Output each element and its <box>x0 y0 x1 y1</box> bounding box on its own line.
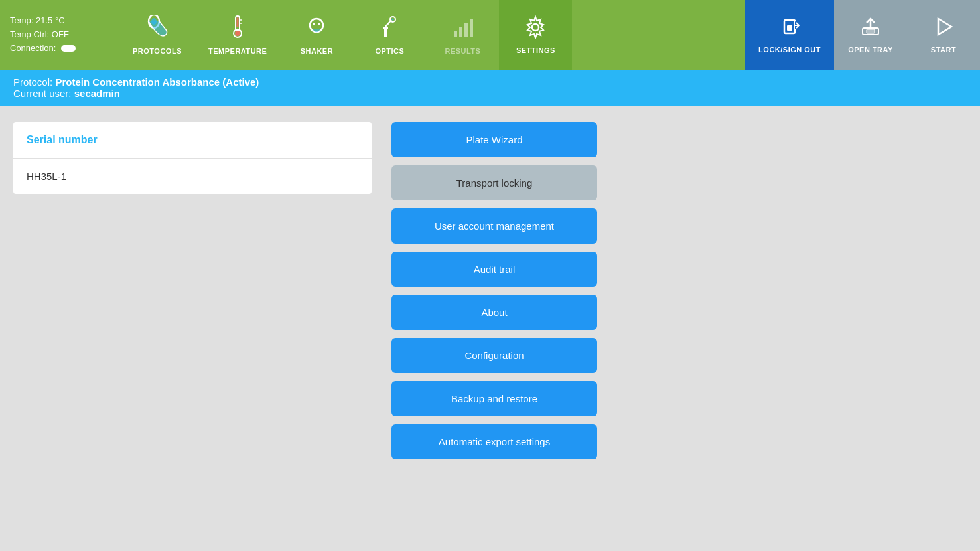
open-tray-icon <box>860 16 881 42</box>
top-navigation: Temp: 21.5 °C Temp Ctrl: OFF Connection:… <box>0 0 980 70</box>
lock-icon <box>779 16 800 42</box>
plate-wizard-button[interactable]: Plate Wizard <box>391 122 597 157</box>
audit-trail-button[interactable]: Audit trail <box>391 252 597 287</box>
svg-point-15 <box>392 19 394 21</box>
nav-item-results[interactable]: RESULTS <box>426 0 499 70</box>
protocol-label: Protocol: <box>13 76 52 88</box>
nav-item-shaker[interactable]: SHAKER <box>280 0 353 70</box>
svg-rect-18 <box>464 23 468 37</box>
connection-icon <box>61 45 76 52</box>
open-tray-button[interactable]: OPEN TRAY <box>834 0 907 70</box>
settings-buttons-panel: Plate Wizard Transport locking User acco… <box>391 122 967 527</box>
temperature-icon <box>227 15 248 43</box>
backup-and-restore-button[interactable]: Backup and restore <box>391 381 597 416</box>
start-label: START <box>931 46 956 54</box>
protocol-name: Protein Concentration Absorbance (Active… <box>55 76 259 88</box>
nav-item-protocols[interactable]: PROTOCOLS <box>119 0 195 70</box>
temperature-label: TEMPERATURE <box>208 47 267 55</box>
start-icon <box>933 16 954 42</box>
device-status: Temp: 21.5 °C Temp Ctrl: OFF Connection: <box>0 0 119 70</box>
protocols-label: PROTOCOLS <box>133 47 182 55</box>
about-button[interactable]: About <box>391 295 597 330</box>
user-account-management-button[interactable]: User account management <box>391 208 597 244</box>
results-icon <box>450 15 475 43</box>
svg-rect-16 <box>454 31 457 37</box>
nav-item-temperature[interactable]: TEMPERATURE <box>195 0 280 70</box>
svg-point-9 <box>313 23 315 25</box>
shaker-icon <box>304 15 329 43</box>
serial-number-header: Serial number <box>13 122 372 159</box>
nav-items-group: PROTOCOLS TEMPERATURE <box>119 0 745 70</box>
main-content: Serial number HH35L-1 Plate Wizard Trans… <box>0 106 980 544</box>
results-label: RESULTS <box>445 47 480 55</box>
connection-display: Connection: <box>10 42 109 56</box>
start-button[interactable]: START <box>907 0 980 70</box>
svg-marker-27 <box>938 19 951 35</box>
automatic-export-settings-button[interactable]: Automatic export settings <box>391 424 597 459</box>
shaker-label: SHAKER <box>301 47 333 55</box>
svg-rect-11 <box>384 28 387 37</box>
svg-rect-3 <box>237 17 239 27</box>
configuration-button[interactable]: Configuration <box>391 338 597 373</box>
svg-rect-17 <box>459 27 462 37</box>
optics-label: OPTICS <box>375 47 404 55</box>
svg-point-20 <box>532 24 539 31</box>
svg-rect-19 <box>470 19 473 37</box>
serial-number-panel: Serial number HH35L-1 <box>13 122 372 194</box>
user-label: Current user: <box>13 88 72 99</box>
header-bar: Protocol: Protein Concentration Absorban… <box>0 70 980 106</box>
temp-display: Temp: 21.5 °C <box>10 14 109 28</box>
settings-label: SETTINGS <box>516 46 555 54</box>
svg-rect-12 <box>383 27 388 29</box>
protocols-icon <box>145 15 170 43</box>
transport-locking-button[interactable]: Transport locking <box>391 165 597 200</box>
settings-icon <box>524 15 547 42</box>
user-info: Current user: secadmin <box>13 88 967 99</box>
nav-item-settings[interactable]: SETTINGS <box>499 0 572 70</box>
lock-sign-out-button[interactable]: LOCK/SIGN OUT <box>745 0 834 70</box>
svg-rect-26 <box>867 29 875 33</box>
svg-point-10 <box>318 23 320 25</box>
user-name: secadmin <box>74 88 120 99</box>
nav-item-optics[interactable]: OPTICS <box>353 0 426 70</box>
svg-point-5 <box>235 31 240 36</box>
optics-icon <box>377 15 402 43</box>
serial-number-value: HH35L-1 <box>13 159 372 194</box>
nav-actions-group: LOCK/SIGN OUT OPEN TRAY START <box>745 0 980 70</box>
open-tray-label: OPEN TRAY <box>848 46 893 54</box>
temp-ctrl-display: Temp Ctrl: OFF <box>10 28 109 42</box>
serial-number-title: Serial number <box>27 134 98 145</box>
lock-sign-out-label: LOCK/SIGN OUT <box>758 46 821 54</box>
protocol-info: Protocol: Protein Concentration Absorban… <box>13 76 967 88</box>
svg-rect-22 <box>787 25 792 31</box>
